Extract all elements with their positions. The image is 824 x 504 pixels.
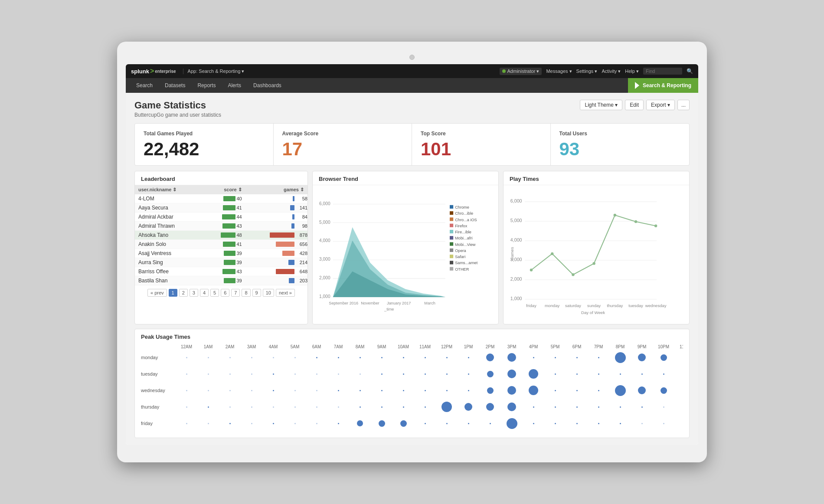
- stat-top-score: Top Score 101: [412, 124, 551, 165]
- page-4[interactable]: 4: [200, 289, 209, 297]
- peak-dot: [294, 406, 296, 408]
- peak-dot-cell: [306, 417, 327, 430]
- page-3[interactable]: 3: [190, 289, 198, 297]
- peak-dot: [490, 423, 491, 424]
- svg-text:4,000: 4,000: [319, 238, 330, 243]
- page-2[interactable]: 2: [179, 289, 188, 297]
- col-score[interactable]: score ⇕: [203, 185, 245, 194]
- svg-rect-38: [450, 261, 453, 264]
- peak-dot: [661, 354, 667, 361]
- peak-dot-cell: [262, 351, 284, 364]
- nav-reports[interactable]: Reports: [191, 78, 222, 93]
- svg-point-61: [654, 225, 657, 227]
- nav-datasets[interactable]: Datasets: [159, 78, 191, 93]
- lb-score: 41: [203, 240, 245, 249]
- peak-dot: [229, 406, 231, 408]
- svg-rect-40: [450, 267, 453, 271]
- page-8[interactable]: 8: [242, 289, 250, 297]
- peak-dot: [381, 357, 383, 358]
- peak-dot: [446, 373, 448, 375]
- peak-dot: [316, 423, 317, 424]
- splunk-gt: >: [150, 67, 154, 75]
- next-page[interactable]: next »: [276, 289, 295, 297]
- peak-dot: [294, 357, 296, 358]
- peak-dot: [555, 406, 556, 408]
- peak-dot: [425, 390, 426, 391]
- svg-text:Chrome: Chrome: [455, 205, 469, 209]
- peak-dot: [533, 406, 534, 408]
- edit-button[interactable]: Edit: [625, 100, 644, 110]
- help-button[interactable]: Help ▾: [625, 69, 639, 74]
- page-10[interactable]: 10: [263, 289, 274, 297]
- search-icon: 🔍: [687, 68, 693, 74]
- peak-dot-cell: [479, 400, 501, 413]
- find-input[interactable]: [643, 68, 682, 75]
- nav-search[interactable]: Search: [130, 78, 159, 93]
- peak-dot-cell: [371, 400, 392, 413]
- peak-dot: [598, 373, 599, 375]
- export-button[interactable]: Export ▾: [646, 100, 675, 110]
- peak-dot-cell: [523, 351, 544, 364]
- svg-rect-28: [450, 230, 453, 233]
- peak-hour-label: 2PM: [479, 344, 501, 349]
- page-5[interactable]: 5: [210, 289, 219, 297]
- peak-dot-cell: [544, 400, 566, 413]
- app-label[interactable]: App: Search & Reporting ▾: [183, 69, 245, 74]
- admin-button[interactable]: Administrator ▾: [500, 68, 542, 75]
- col-nickname[interactable]: user.nickname ⇕: [135, 185, 203, 194]
- peak-dot-cell: [392, 351, 414, 364]
- peak-dot-cell: [392, 400, 414, 413]
- device-frame: splunk > enterprise App: Search & Report…: [117, 42, 707, 462]
- stat-label-avg: Average Score: [282, 131, 403, 137]
- peak-dot-cell: [544, 384, 566, 397]
- col-games[interactable]: games ⇕: [245, 185, 307, 194]
- svg-text:Safari: Safari: [455, 255, 465, 259]
- settings-button[interactable]: Settings ▾: [576, 69, 598, 74]
- lb-name: Anakin Solo: [135, 240, 203, 249]
- peak-dot-cell: [674, 351, 683, 364]
- peak-dot-cell: [631, 351, 653, 364]
- nav-dashboards[interactable]: Dashboards: [247, 78, 288, 93]
- peak-dot-cell: [631, 417, 653, 430]
- lb-score: 39: [203, 276, 245, 285]
- prev-page[interactable]: « prev: [147, 289, 167, 297]
- sar-label: Search & Reporting: [643, 82, 691, 88]
- svg-text:January 2017: January 2017: [387, 301, 411, 305]
- svg-text:1,000: 1,000: [319, 294, 330, 299]
- peak-dot-cell: [241, 400, 262, 413]
- stat-label-users: Total Users: [559, 131, 681, 137]
- peak-dot: [186, 423, 187, 424]
- page-7[interactable]: 7: [231, 289, 240, 297]
- peak-dot-cell: [176, 351, 197, 364]
- messages-button[interactable]: Messages ▾: [546, 69, 572, 74]
- peak-dot-cell: [327, 400, 349, 413]
- page-6[interactable]: 6: [221, 289, 229, 297]
- theme-button[interactable]: Light Theme ▾: [580, 100, 622, 110]
- splunk-text: splunk: [131, 68, 149, 75]
- nav-alerts[interactable]: Alerts: [222, 78, 247, 93]
- peak-dot-cell: [219, 417, 241, 430]
- dash-header: Game Statistics ButtercupGo game and use…: [134, 100, 690, 118]
- sar-arrow-icon: [635, 82, 639, 89]
- peak-dot-cell: [414, 367, 436, 380]
- page-1[interactable]: 1: [169, 289, 177, 297]
- peak-dot-cell: [566, 351, 588, 364]
- peak-dot: [638, 386, 646, 394]
- sar-badge: Search & Reporting: [628, 78, 698, 93]
- peak-dot-cell: [479, 417, 501, 430]
- peak-dot-cell: [609, 384, 631, 397]
- peak-dot-cell: [371, 351, 392, 364]
- peak-hour-label: 12PM: [436, 344, 458, 349]
- svg-text:6,000: 6,000: [319, 201, 330, 206]
- peak-dot: [229, 373, 231, 375]
- peak-dot-cell: [631, 367, 653, 380]
- peak-dot-cell: [414, 351, 436, 364]
- page-9[interactable]: 9: [252, 289, 261, 297]
- pagination: « prev 1 2 3 4 5 6 7 8 9 10 next »: [135, 285, 307, 300]
- activity-button[interactable]: Activity ▾: [602, 69, 621, 74]
- peak-dot: [294, 423, 296, 424]
- peak-dot: [663, 373, 664, 375]
- more-button[interactable]: ...: [677, 100, 690, 110]
- peak-dot-cell: [609, 400, 631, 413]
- peak-hour-label: 7PM: [588, 344, 609, 349]
